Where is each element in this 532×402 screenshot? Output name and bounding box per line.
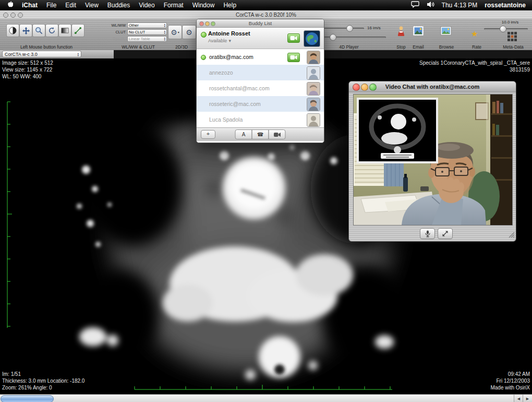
- menu-file[interactable]: File: [46, 2, 56, 9]
- contrast-tool-button[interactable]: [6, 24, 19, 37]
- slider-thumb[interactable]: [346, 25, 353, 32]
- stepper-arrows-icon: ▴▾: [77, 52, 79, 56]
- browse-button[interactable]: [440, 25, 452, 39]
- close-button[interactable]: [199, 21, 204, 26]
- measure-tool-button[interactable]: [71, 24, 84, 37]
- stop-button[interactable]: [395, 25, 407, 39]
- my-avatar: [304, 30, 320, 47]
- menu-format[interactable]: Format: [164, 2, 184, 9]
- fullscreen-button[interactable]: [438, 228, 453, 239]
- osirix-titlebar[interactable]: CorCTA w-c 3.0 B20f 10%: [0, 10, 532, 19]
- pan-tool-button[interactable]: [19, 24, 32, 37]
- chat-mode-buttons: A ☎: [235, 129, 286, 139]
- buddy-avatar: [307, 51, 320, 64]
- buddy-list-window: Buddy List Antoine Rosset Available ▾: [196, 19, 324, 143]
- stepper-arrows-icon: ▴▾: [164, 37, 165, 41]
- mute-button[interactable]: [420, 228, 435, 239]
- buddy-name: annezozo: [209, 69, 233, 76]
- wlww-select[interactable]: Other ▴▾: [127, 22, 167, 28]
- buddy-name: oratibx@mac.com: [209, 54, 253, 60]
- close-button[interactable]: [353, 84, 360, 91]
- mouse-function-label: Left Mouse button function: [0, 44, 93, 50]
- video-chat-button[interactable]: [269, 129, 286, 139]
- pip-local-preview: [358, 99, 437, 162]
- clut-select[interactable]: No CLUT ▴▾: [127, 29, 167, 35]
- scroll-right-button[interactable]: ▶: [523, 395, 532, 402]
- stop-icon: [395, 25, 407, 37]
- minimize-button[interactable]: [205, 21, 210, 26]
- gradient-icon: [61, 27, 69, 34]
- volume-icon[interactable]: [427, 1, 434, 9]
- window-minimize-button[interactable]: [10, 13, 16, 18]
- buddy-row[interactable]: oratibx@mac.com: [197, 49, 324, 65]
- rotate-icon: [48, 27, 56, 34]
- menu-app-name[interactable]: iChat: [22, 2, 38, 9]
- overlay-top-left: Image size: 512 x 512 View size: 1145 x …: [2, 60, 53, 80]
- wlww-tool-button[interactable]: [58, 24, 71, 37]
- window-close-button[interactable]: [3, 13, 8, 18]
- audio-chat-button[interactable]: ☎: [252, 129, 269, 139]
- email-label: Email: [406, 44, 431, 50]
- remote-video-feed: [353, 94, 513, 226]
- resize-grip[interactable]: [508, 231, 515, 240]
- buddy-video-button[interactable]: [287, 53, 300, 62]
- zoom-button[interactable]: [211, 21, 215, 26]
- metadata-button[interactable]: [507, 31, 517, 44]
- stepper-arrows-icon: ▴▾: [164, 30, 165, 34]
- horizontal-scrollbar[interactable]: ◀ ▶: [0, 394, 532, 402]
- menu-video[interactable]: Video: [139, 2, 154, 9]
- magnifier-icon: [35, 27, 43, 34]
- buddy-row[interactable]: Luca Spadola: [197, 112, 324, 127]
- buddy-row[interactable]: rosseteric@mac.com: [197, 96, 324, 112]
- clut-field: CLUT No CLUT ▴▾: [107, 29, 167, 35]
- buddy-row[interactable]: rossetchantal@mac.com: [197, 80, 324, 96]
- chat-bubble-icon[interactable]: [411, 1, 419, 9]
- buddy-row[interactable]: annezozo: [197, 65, 324, 80]
- menu-buddies[interactable]: Buddies: [107, 2, 130, 9]
- email-button[interactable]: [412, 25, 425, 39]
- menu-help[interactable]: Help: [223, 2, 236, 9]
- minimize-button[interactable]: [361, 84, 368, 91]
- buddy-name: rosseteric@mac.com: [209, 101, 261, 107]
- menu-window[interactable]: Window: [192, 2, 215, 9]
- online-status-icon: [201, 32, 207, 38]
- zoom-tool-button[interactable]: [32, 24, 45, 37]
- menu-view[interactable]: View: [85, 2, 99, 9]
- opacity-select[interactable]: Linear Table ▴▾: [127, 36, 167, 42]
- 2d3d-gear-button[interactable]: ⚙ ▾: [168, 25, 182, 39]
- buddy-name: rossetchantal@mac.com: [209, 85, 270, 91]
- buddy-avatar: [307, 113, 320, 127]
- my-status-row[interactable]: Antoine Rosset Available ▾: [197, 28, 324, 49]
- menubar-clock[interactable]: Thu 4:13 PM: [442, 2, 478, 9]
- menubar-user[interactable]: rossetantoine: [485, 2, 526, 9]
- left-arrow-icon: ◀: [517, 397, 520, 401]
- add-buddy-button[interactable]: +: [201, 130, 215, 139]
- apple-menu[interactable]: [6, 1, 13, 10]
- buddy-list-titlebar[interactable]: Buddy List: [197, 19, 324, 28]
- rate-button[interactable]: ★: [471, 29, 478, 39]
- scrollbar-thumb[interactable]: [1, 395, 54, 402]
- 2d3d-gear-button-2[interactable]: ⚙: [182, 25, 196, 39]
- video-camera-icon: [290, 55, 297, 60]
- text-chat-button[interactable]: A: [235, 129, 252, 139]
- gear-icon: ⚙: [186, 28, 192, 37]
- right-arrow-icon: ▶: [526, 397, 529, 401]
- series-popup[interactable]: CorCTA w-c 3.0 ▴▾: [2, 51, 81, 57]
- chevron-down-icon: ▾: [178, 30, 179, 34]
- zoom-button[interactable]: [369, 84, 377, 91]
- browse-label: Browse: [433, 44, 460, 50]
- menu-edit[interactable]: Edit: [65, 2, 76, 9]
- rotate-tool-button[interactable]: [45, 24, 58, 37]
- video-chat-titlebar[interactable]: Video Chat with oratibx@mac.com: [349, 81, 516, 92]
- buddy-avatar: [307, 82, 320, 96]
- slider-thumb[interactable]: [330, 34, 336, 41]
- my-video-button[interactable]: [287, 33, 300, 43]
- wlww-field: WL/WW Other ▴▾: [107, 22, 167, 28]
- scroll-left-button[interactable]: ◀: [514, 395, 523, 402]
- my-status[interactable]: Available ▾: [208, 38, 231, 43]
- rate-slider[interactable]: [484, 26, 528, 32]
- window-zoom-button[interactable]: [18, 13, 23, 18]
- star-icon: ★: [471, 29, 478, 38]
- metadata-grid-icon: [507, 31, 517, 42]
- slider-thumb[interactable]: [500, 26, 506, 32]
